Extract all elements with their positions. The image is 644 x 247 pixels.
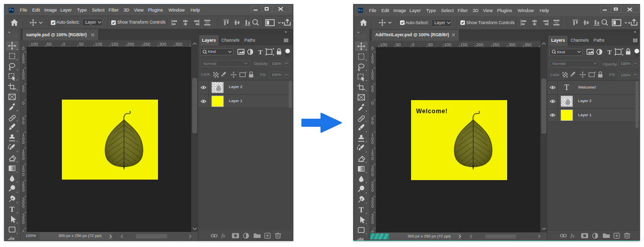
svg-text:T: T bbox=[258, 48, 263, 55]
svg-text:T: T bbox=[607, 48, 612, 56]
svg-text:fx: fx bbox=[571, 232, 575, 238]
svg-text:fx: fx bbox=[221, 232, 225, 238]
svg-text:»: » bbox=[285, 30, 287, 34]
svg-text:»: » bbox=[634, 30, 636, 34]
